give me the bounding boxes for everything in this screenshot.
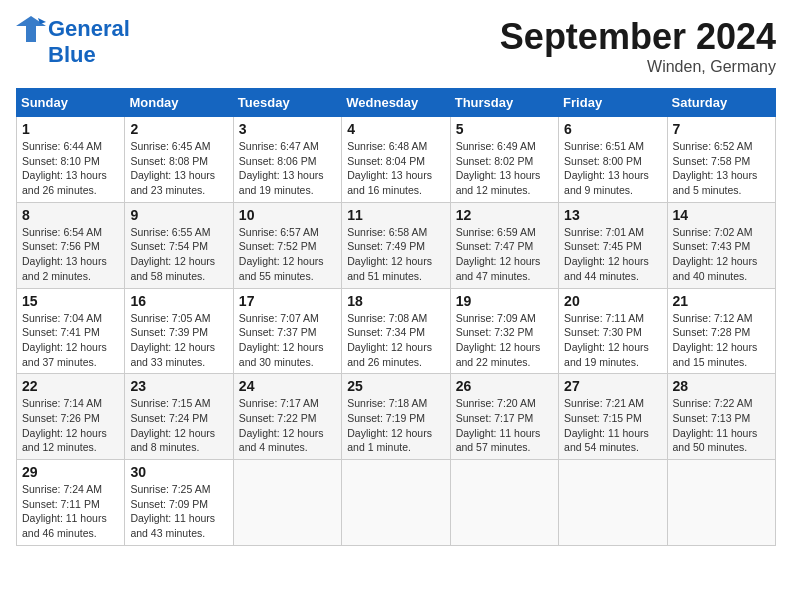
calendar-week-row: 8Sunrise: 6:54 AM Sunset: 7:56 PM Daylig… xyxy=(17,202,776,288)
calendar-week-row: 1Sunrise: 6:44 AM Sunset: 8:10 PM Daylig… xyxy=(17,117,776,203)
calendar-cell: 25Sunrise: 7:18 AM Sunset: 7:19 PM Dayli… xyxy=(342,374,450,460)
weekday-header: Saturday xyxy=(667,89,775,117)
calendar-cell: 19Sunrise: 7:09 AM Sunset: 7:32 PM Dayli… xyxy=(450,288,558,374)
day-number: 11 xyxy=(347,207,444,223)
calendar-cell: 16Sunrise: 7:05 AM Sunset: 7:39 PM Dayli… xyxy=(125,288,233,374)
calendar-cell xyxy=(450,460,558,546)
day-number: 6 xyxy=(564,121,661,137)
calendar-cell: 27Sunrise: 7:21 AM Sunset: 7:15 PM Dayli… xyxy=(559,374,667,460)
day-number: 29 xyxy=(22,464,119,480)
day-number: 10 xyxy=(239,207,336,223)
calendar-cell: 2Sunrise: 6:45 AM Sunset: 8:08 PM Daylig… xyxy=(125,117,233,203)
day-number: 26 xyxy=(456,378,553,394)
day-number: 9 xyxy=(130,207,227,223)
location: Winden, Germany xyxy=(500,58,776,76)
calendar-cell: 21Sunrise: 7:12 AM Sunset: 7:28 PM Dayli… xyxy=(667,288,775,374)
day-info: Sunrise: 7:01 AM Sunset: 7:45 PM Dayligh… xyxy=(564,225,661,284)
day-info: Sunrise: 7:12 AM Sunset: 7:28 PM Dayligh… xyxy=(673,311,770,370)
day-info: Sunrise: 7:22 AM Sunset: 7:13 PM Dayligh… xyxy=(673,396,770,455)
day-info: Sunrise: 7:21 AM Sunset: 7:15 PM Dayligh… xyxy=(564,396,661,455)
day-info: Sunrise: 6:51 AM Sunset: 8:00 PM Dayligh… xyxy=(564,139,661,198)
day-info: Sunrise: 7:18 AM Sunset: 7:19 PM Dayligh… xyxy=(347,396,444,455)
day-number: 16 xyxy=(130,293,227,309)
day-number: 12 xyxy=(456,207,553,223)
calendar-cell: 29Sunrise: 7:24 AM Sunset: 7:11 PM Dayli… xyxy=(17,460,125,546)
day-info: Sunrise: 7:05 AM Sunset: 7:39 PM Dayligh… xyxy=(130,311,227,370)
day-info: Sunrise: 7:04 AM Sunset: 7:41 PM Dayligh… xyxy=(22,311,119,370)
calendar-cell: 5Sunrise: 6:49 AM Sunset: 8:02 PM Daylig… xyxy=(450,117,558,203)
month-title: September 2024 xyxy=(500,16,776,58)
day-info: Sunrise: 7:14 AM Sunset: 7:26 PM Dayligh… xyxy=(22,396,119,455)
day-info: Sunrise: 7:25 AM Sunset: 7:09 PM Dayligh… xyxy=(130,482,227,541)
logo-bird-icon xyxy=(16,16,46,42)
day-info: Sunrise: 6:45 AM Sunset: 8:08 PM Dayligh… xyxy=(130,139,227,198)
weekday-header: Thursday xyxy=(450,89,558,117)
day-number: 17 xyxy=(239,293,336,309)
weekday-header: Sunday xyxy=(17,89,125,117)
day-info: Sunrise: 7:11 AM Sunset: 7:30 PM Dayligh… xyxy=(564,311,661,370)
day-number: 24 xyxy=(239,378,336,394)
logo-blue: Blue xyxy=(48,42,96,68)
calendar-table: SundayMondayTuesdayWednesdayThursdayFrid… xyxy=(16,88,776,546)
logo: General Blue xyxy=(16,16,130,68)
calendar-cell: 7Sunrise: 6:52 AM Sunset: 7:58 PM Daylig… xyxy=(667,117,775,203)
day-info: Sunrise: 6:57 AM Sunset: 7:52 PM Dayligh… xyxy=(239,225,336,284)
day-number: 19 xyxy=(456,293,553,309)
calendar-cell: 3Sunrise: 6:47 AM Sunset: 8:06 PM Daylig… xyxy=(233,117,341,203)
calendar-cell xyxy=(559,460,667,546)
calendar-cell: 23Sunrise: 7:15 AM Sunset: 7:24 PM Dayli… xyxy=(125,374,233,460)
logo-general: General xyxy=(48,16,130,42)
calendar-cell: 13Sunrise: 7:01 AM Sunset: 7:45 PM Dayli… xyxy=(559,202,667,288)
day-info: Sunrise: 7:08 AM Sunset: 7:34 PM Dayligh… xyxy=(347,311,444,370)
day-number: 13 xyxy=(564,207,661,223)
day-number: 28 xyxy=(673,378,770,394)
day-info: Sunrise: 7:24 AM Sunset: 7:11 PM Dayligh… xyxy=(22,482,119,541)
calendar-cell: 1Sunrise: 6:44 AM Sunset: 8:10 PM Daylig… xyxy=(17,117,125,203)
day-number: 18 xyxy=(347,293,444,309)
calendar-cell: 28Sunrise: 7:22 AM Sunset: 7:13 PM Dayli… xyxy=(667,374,775,460)
day-number: 27 xyxy=(564,378,661,394)
day-number: 23 xyxy=(130,378,227,394)
day-info: Sunrise: 6:44 AM Sunset: 8:10 PM Dayligh… xyxy=(22,139,119,198)
calendar-cell: 11Sunrise: 6:58 AM Sunset: 7:49 PM Dayli… xyxy=(342,202,450,288)
calendar-cell: 26Sunrise: 7:20 AM Sunset: 7:17 PM Dayli… xyxy=(450,374,558,460)
calendar-cell: 30Sunrise: 7:25 AM Sunset: 7:09 PM Dayli… xyxy=(125,460,233,546)
calendar-cell xyxy=(667,460,775,546)
day-info: Sunrise: 7:09 AM Sunset: 7:32 PM Dayligh… xyxy=(456,311,553,370)
day-info: Sunrise: 6:54 AM Sunset: 7:56 PM Dayligh… xyxy=(22,225,119,284)
weekday-header: Friday xyxy=(559,89,667,117)
day-info: Sunrise: 6:48 AM Sunset: 8:04 PM Dayligh… xyxy=(347,139,444,198)
day-number: 30 xyxy=(130,464,227,480)
day-info: Sunrise: 6:52 AM Sunset: 7:58 PM Dayligh… xyxy=(673,139,770,198)
calendar-cell: 8Sunrise: 6:54 AM Sunset: 7:56 PM Daylig… xyxy=(17,202,125,288)
calendar-cell: 4Sunrise: 6:48 AM Sunset: 8:04 PM Daylig… xyxy=(342,117,450,203)
calendar-cell: 20Sunrise: 7:11 AM Sunset: 7:30 PM Dayli… xyxy=(559,288,667,374)
calendar-cell: 10Sunrise: 6:57 AM Sunset: 7:52 PM Dayli… xyxy=(233,202,341,288)
calendar-week-row: 22Sunrise: 7:14 AM Sunset: 7:26 PM Dayli… xyxy=(17,374,776,460)
day-info: Sunrise: 7:17 AM Sunset: 7:22 PM Dayligh… xyxy=(239,396,336,455)
day-number: 22 xyxy=(22,378,119,394)
calendar-cell: 6Sunrise: 6:51 AM Sunset: 8:00 PM Daylig… xyxy=(559,117,667,203)
day-number: 14 xyxy=(673,207,770,223)
weekday-header: Wednesday xyxy=(342,89,450,117)
day-info: Sunrise: 6:59 AM Sunset: 7:47 PM Dayligh… xyxy=(456,225,553,284)
title-section: September 2024 Winden, Germany xyxy=(500,16,776,76)
day-info: Sunrise: 6:55 AM Sunset: 7:54 PM Dayligh… xyxy=(130,225,227,284)
day-info: Sunrise: 7:20 AM Sunset: 7:17 PM Dayligh… xyxy=(456,396,553,455)
day-number: 4 xyxy=(347,121,444,137)
day-info: Sunrise: 6:47 AM Sunset: 8:06 PM Dayligh… xyxy=(239,139,336,198)
day-number: 8 xyxy=(22,207,119,223)
calendar-week-row: 15Sunrise: 7:04 AM Sunset: 7:41 PM Dayli… xyxy=(17,288,776,374)
day-number: 7 xyxy=(673,121,770,137)
calendar-header-row: SundayMondayTuesdayWednesdayThursdayFrid… xyxy=(17,89,776,117)
calendar-cell: 17Sunrise: 7:07 AM Sunset: 7:37 PM Dayli… xyxy=(233,288,341,374)
calendar-cell: 15Sunrise: 7:04 AM Sunset: 7:41 PM Dayli… xyxy=(17,288,125,374)
calendar-week-row: 29Sunrise: 7:24 AM Sunset: 7:11 PM Dayli… xyxy=(17,460,776,546)
day-number: 5 xyxy=(456,121,553,137)
day-number: 15 xyxy=(22,293,119,309)
calendar-cell xyxy=(342,460,450,546)
calendar-cell: 24Sunrise: 7:17 AM Sunset: 7:22 PM Dayli… xyxy=(233,374,341,460)
page-header: General Blue September 2024 Winden, Germ… xyxy=(16,16,776,76)
day-number: 25 xyxy=(347,378,444,394)
calendar-cell: 14Sunrise: 7:02 AM Sunset: 7:43 PM Dayli… xyxy=(667,202,775,288)
